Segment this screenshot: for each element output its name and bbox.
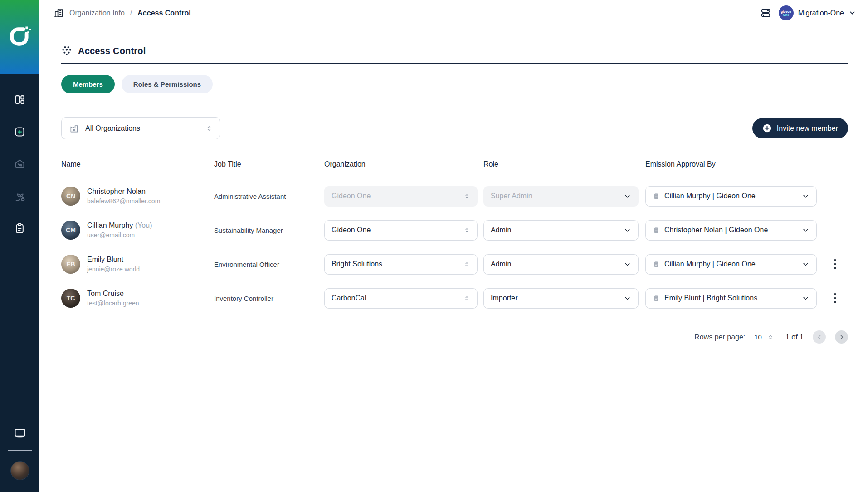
sidebar-divider [8, 450, 32, 451]
avatar: TC [61, 289, 80, 308]
chevron-left-icon [816, 334, 823, 341]
leaf-logo-icon [8, 25, 32, 49]
breadcrumb-section[interactable]: Organization Info [69, 9, 125, 17]
sidebar-bottom [8, 426, 32, 492]
sidebar-item-energy[interactable] [12, 188, 28, 204]
member-email: test@locarb.green [87, 300, 139, 307]
sidebar-item-add-entry[interactable] [12, 124, 28, 139]
chevron-down-icon [848, 9, 856, 17]
next-page-button[interactable] [835, 330, 848, 344]
emission-approver-select[interactable]: Christopher Nolan | Gideon One [645, 220, 817, 241]
role-select[interactable]: Importer [483, 288, 639, 309]
table-header-job-title: Job Title [214, 160, 324, 168]
layout-dashboard-icon [14, 93, 26, 106]
chevron-down-icon [802, 295, 809, 302]
sidebar-item-reports[interactable] [12, 221, 28, 236]
member-name-cell: TC Tom Cruise test@locarb.green [61, 289, 214, 308]
avatar-initials: TC [67, 295, 75, 302]
rows-per-page-select[interactable]: 10 [754, 333, 774, 341]
chevron-down-icon [624, 261, 631, 268]
role-select[interactable]: Super Admin [483, 186, 639, 207]
table-row: CN Christopher Nolan balefew862@nmaller.… [61, 179, 848, 213]
emission-approver-select[interactable]: Emily Blunt | Bright Solutions [645, 288, 817, 309]
role-value: Importer [491, 294, 518, 302]
row-menu-button[interactable] [829, 290, 842, 306]
page-title-row: Access Control [61, 45, 848, 64]
avatar: CN [61, 187, 80, 206]
organization-select[interactable]: CarbonCal [324, 288, 478, 309]
square-plus-icon [14, 126, 26, 138]
member-name: Christopher Nolan [87, 187, 146, 195]
org-switcher[interactable]: gideon One Migration-One [779, 5, 856, 20]
chevron-right-icon [838, 334, 845, 341]
table-row: TC Tom Cruise test@locarb.green Inventor… [61, 281, 848, 315]
organization-select[interactable]: Gideon One [324, 186, 478, 207]
member-name: Cillian Murphy [87, 221, 133, 229]
tab-roles-permissions[interactable]: Roles & Permissions [122, 75, 213, 93]
app-logo [0, 0, 39, 74]
preferences-button[interactable] [760, 7, 771, 19]
role-value: Admin [491, 260, 511, 268]
member-name: Tom Cruise [87, 290, 124, 297]
avatar-initials: CM [66, 226, 76, 234]
role-select[interactable]: Admin [483, 254, 639, 275]
chevrons-up-down-icon [463, 295, 470, 302]
role-select[interactable]: Admin [483, 220, 639, 241]
page-title: Access Control [78, 46, 146, 56]
chevron-down-icon [802, 261, 809, 268]
invite-new-member-button[interactable]: Invite new member [752, 118, 848, 138]
breadcrumb: Organization Info / Access Control [54, 8, 191, 18]
table-row: CM Cillian Murphy (You) user@email.com S… [61, 213, 848, 247]
rows-per-page-label: Rows per page: [694, 333, 745, 341]
table-row: EB Emily Blunt jennie@roze.world Environ… [61, 247, 848, 281]
avatar-initials: CN [66, 192, 75, 200]
chevron-down-icon [802, 226, 809, 234]
organization-filter-select[interactable]: All Organizations [61, 117, 220, 139]
member-email: balefew862@nmaller.com [87, 197, 160, 205]
member-email: jennie@roze.world [87, 266, 140, 273]
sidebar-item-devices[interactable] [12, 426, 28, 441]
breadcrumb-current: Access Control [137, 9, 190, 17]
table-header-name: Name [61, 160, 214, 168]
org-switcher-avatar: gideon One [779, 5, 794, 20]
emission-approver-value: Cillian Murphy | Gideon One [664, 260, 797, 268]
sidebar-item-dashboard[interactable] [12, 92, 28, 107]
page-info: 1 of 1 [785, 333, 804, 341]
organization-value: Gideon One [332, 192, 371, 200]
prev-page-button[interactable] [813, 330, 826, 344]
job-title: Inventory Controller [214, 295, 324, 302]
org-avatar-line2: One [783, 13, 789, 16]
organization-select[interactable]: Gideon One [324, 220, 478, 241]
filter-row: All Organizations Invite new member [61, 117, 848, 139]
sidebar-item-facility[interactable] [12, 156, 28, 172]
table-body: CN Christopher Nolan balefew862@nmaller.… [61, 179, 848, 315]
org-avatar-line1: gideon [781, 10, 791, 13]
tabs: Members Roles & Permissions [61, 75, 848, 93]
avatar: EB [61, 255, 80, 274]
tab-members[interactable]: Members [61, 75, 115, 93]
chevrons-up-down-icon [767, 334, 774, 340]
job-title: Administrative Assistant [214, 192, 324, 200]
org-switcher-label: Migration-One [798, 9, 844, 17]
emission-approver-select[interactable]: Cillian Murphy | Gideon One [645, 186, 817, 207]
clipboard-icon [653, 226, 660, 234]
member-name-cell: CM Cillian Murphy (You) user@email.com [61, 221, 214, 240]
chevrons-up-down-icon [463, 193, 470, 200]
role-value: Super Admin [491, 192, 532, 200]
chevrons-up-down-icon [463, 261, 470, 268]
invite-new-member-label: Invite new member [777, 124, 838, 133]
plus-circle-icon [762, 123, 772, 133]
table-header-row: Name Job Title Organization Role Emissio… [61, 160, 848, 179]
emission-approver-select[interactable]: Cillian Murphy | Gideon One [645, 254, 817, 275]
building-icon [54, 8, 64, 18]
avatar: CM [61, 221, 80, 240]
job-title: Environmental Officer [214, 261, 324, 268]
sidebar [0, 0, 39, 492]
row-menu-button[interactable] [829, 256, 842, 272]
chevron-down-icon [624, 295, 631, 302]
user-profile-avatar[interactable] [10, 461, 29, 480]
rows-per-page-value: 10 [754, 333, 762, 341]
role-value: Admin [491, 226, 511, 234]
organization-select[interactable]: Bright Solutions [324, 254, 478, 275]
sidebar-nav [12, 92, 28, 236]
